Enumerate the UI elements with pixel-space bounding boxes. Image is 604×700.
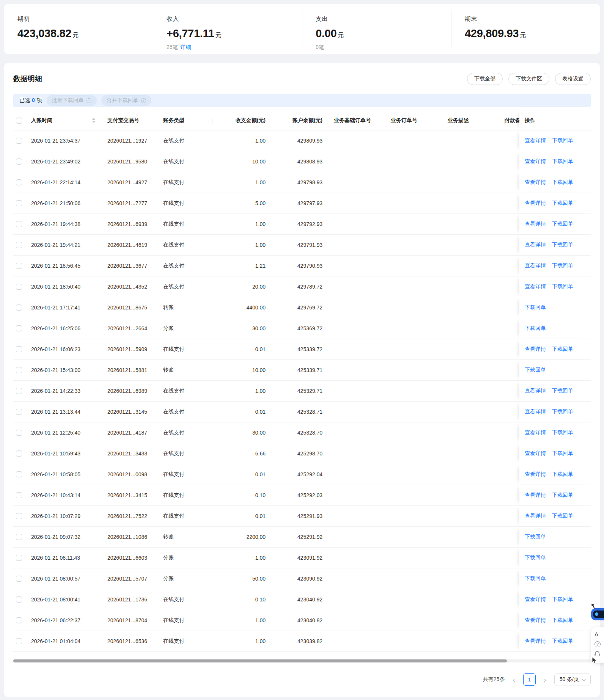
cell-actions: 查看详情下载回单 bbox=[519, 631, 591, 651]
row-checkbox[interactable] bbox=[16, 159, 22, 165]
download-receipt-link[interactable]: 下载回单 bbox=[525, 325, 546, 332]
download-receipt-link[interactable]: 下载回单 bbox=[525, 534, 546, 540]
horizontal-scrollbar bbox=[13, 659, 591, 662]
download-receipt-link[interactable]: 下载回单 bbox=[552, 262, 573, 269]
cell-time: 2026-01-21 19:44:21 bbox=[29, 242, 105, 248]
view-detail-link[interactable]: 查看详情 bbox=[525, 471, 546, 478]
download-receipt-link[interactable]: 下载回单 bbox=[552, 158, 573, 165]
scrollbar-thumb[interactable] bbox=[13, 659, 507, 662]
download-receipt-link[interactable]: 下载回单 bbox=[552, 638, 573, 645]
view-detail-link[interactable]: 查看详情 bbox=[525, 283, 546, 290]
next-page-button[interactable]: › bbox=[542, 676, 548, 683]
view-detail-link[interactable]: 查看详情 bbox=[525, 450, 546, 457]
download-receipt-link[interactable]: 下载回单 bbox=[552, 200, 573, 207]
row-checkbox[interactable] bbox=[16, 263, 22, 269]
row-checkbox[interactable] bbox=[16, 596, 22, 603]
download-receipt-link[interactable]: 下载回单 bbox=[552, 221, 573, 228]
view-detail-link[interactable]: 查看详情 bbox=[525, 137, 546, 144]
view-detail-link[interactable]: 查看详情 bbox=[525, 596, 546, 603]
row-checkbox[interactable] bbox=[16, 471, 22, 477]
download-receipt-link[interactable]: 下载回单 bbox=[552, 242, 573, 248]
download-receipt-link[interactable]: 下载回单 bbox=[552, 617, 573, 624]
view-detail-link[interactable]: 查看详情 bbox=[525, 429, 546, 436]
download-receipt-link[interactable]: 下载回单 bbox=[552, 596, 573, 603]
cell-time: 2026-01-21 15:43:00 bbox=[29, 367, 105, 373]
table-settings-button[interactable]: 表格设置 bbox=[555, 73, 591, 85]
row-checkbox[interactable] bbox=[16, 430, 22, 436]
view-detail-link[interactable]: 查看详情 bbox=[525, 262, 546, 269]
page-title: 数据明细 bbox=[13, 74, 42, 84]
prev-page-button[interactable]: ‹ bbox=[511, 676, 517, 683]
download-receipt-link[interactable]: 下载回单 bbox=[552, 492, 573, 499]
download-receipt-link[interactable]: 下载回单 bbox=[552, 346, 573, 353]
download-receipt-link[interactable]: 下载回单 bbox=[552, 471, 573, 478]
view-detail-link[interactable]: 查看详情 bbox=[525, 408, 546, 415]
income-count: 25笔 bbox=[167, 44, 178, 50]
cell-time: 2026-01-21 08:00:57 bbox=[29, 576, 105, 582]
row-checkbox[interactable] bbox=[16, 534, 22, 540]
row-checkbox[interactable] bbox=[16, 179, 22, 185]
assistant-robot-icon[interactable] bbox=[591, 606, 604, 621]
download-receipt-link[interactable]: 下载回单 bbox=[552, 513, 573, 520]
row-checkbox[interactable] bbox=[16, 638, 22, 644]
row-checkbox[interactable] bbox=[16, 284, 22, 290]
download-all-button[interactable]: 下载全部 bbox=[467, 73, 503, 85]
view-detail-link[interactable]: 查看详情 bbox=[525, 638, 546, 645]
row-checkbox[interactable] bbox=[16, 492, 22, 498]
download-receipt-link[interactable]: 下载回单 bbox=[525, 367, 546, 374]
row-checkbox[interactable] bbox=[16, 304, 22, 311]
view-detail-link[interactable]: 查看详情 bbox=[525, 388, 546, 394]
view-detail-link[interactable]: 查看详情 bbox=[525, 513, 546, 520]
table-row: 2026-01-21 22:14:14 20260121...4927 在线支付… bbox=[13, 172, 591, 193]
download-receipt-link[interactable]: 下载回单 bbox=[525, 554, 546, 561]
row-checkbox[interactable] bbox=[16, 325, 22, 331]
view-detail-link[interactable]: 查看详情 bbox=[525, 346, 546, 353]
cell-time: 2026-01-21 21:50:06 bbox=[29, 200, 105, 206]
current-page-button[interactable]: 1 bbox=[523, 673, 536, 686]
row-checkbox[interactable] bbox=[16, 346, 22, 352]
row-checkbox[interactable] bbox=[16, 409, 22, 415]
row-checkbox[interactable] bbox=[16, 450, 22, 457]
row-checkbox[interactable] bbox=[16, 367, 22, 373]
question-circle-icon[interactable]: ? bbox=[595, 641, 601, 647]
download-receipt-link[interactable]: 下载回单 bbox=[552, 450, 573, 457]
merge-download-receipt-button[interactable]: 合并下载回单 i bbox=[101, 95, 151, 106]
row-checkbox[interactable] bbox=[16, 555, 22, 561]
row-checkbox[interactable] bbox=[16, 221, 22, 227]
view-detail-link[interactable]: 查看详情 bbox=[525, 617, 546, 624]
download-filezone-button[interactable]: 下载文件区 bbox=[508, 73, 549, 85]
sort-icon[interactable] bbox=[92, 118, 95, 123]
select-all-checkbox[interactable] bbox=[16, 118, 22, 124]
row-checkbox[interactable] bbox=[16, 513, 22, 519]
row-checkbox[interactable] bbox=[16, 138, 22, 144]
row-checkbox[interactable] bbox=[16, 200, 22, 206]
view-detail-link[interactable]: 查看详情 bbox=[525, 221, 546, 228]
row-checkbox[interactable] bbox=[16, 576, 22, 582]
batch-download-receipt-button[interactable]: 批量下载回单 i bbox=[47, 95, 97, 106]
download-receipt-link[interactable]: 下载回单 bbox=[552, 137, 573, 144]
view-detail-link[interactable]: 查看详情 bbox=[525, 200, 546, 207]
summary-income: 收入 +6,771.11 元 25笔详细 bbox=[153, 4, 302, 54]
download-receipt-link[interactable]: 下载回单 bbox=[552, 429, 573, 436]
income-detail-link[interactable]: 详细 bbox=[181, 44, 191, 50]
row-checkbox[interactable] bbox=[16, 388, 22, 394]
view-detail-link[interactable]: 查看详情 bbox=[525, 242, 546, 248]
headset-icon[interactable] bbox=[595, 651, 601, 656]
download-receipt-link[interactable]: 下载回单 bbox=[552, 408, 573, 415]
view-detail-link[interactable]: 查看详情 bbox=[525, 158, 546, 165]
cell-txn-id: 20260121...4187 bbox=[105, 430, 159, 436]
download-receipt-link[interactable]: 下载回单 bbox=[525, 304, 546, 311]
cell-amount: 10.00 bbox=[212, 360, 269, 380]
cell-actions: 下载回单 bbox=[519, 568, 591, 589]
download-receipt-link[interactable]: 下载回单 bbox=[552, 283, 573, 290]
summary-label: 期初 bbox=[17, 15, 153, 23]
row-checkbox[interactable] bbox=[16, 617, 22, 623]
download-receipt-link[interactable]: 下载回单 bbox=[552, 388, 573, 394]
col-header-time: 入账时间 bbox=[29, 117, 105, 124]
row-checkbox[interactable] bbox=[16, 242, 22, 248]
page-size-select[interactable]: 50 条/页 bbox=[554, 673, 591, 686]
view-detail-link[interactable]: 查看详情 bbox=[525, 492, 546, 499]
download-receipt-link[interactable]: 下载回单 bbox=[525, 575, 546, 582]
view-detail-link[interactable]: 查看详情 bbox=[525, 179, 546, 186]
download-receipt-link[interactable]: 下载回单 bbox=[552, 179, 573, 186]
